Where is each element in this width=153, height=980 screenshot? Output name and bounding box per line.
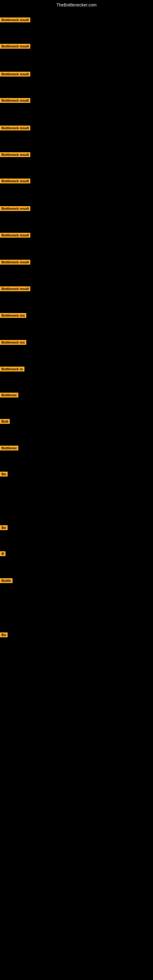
bottleneck-badge-22: Bo — [0, 632, 8, 638]
bottleneck-label-5: Bottleneck result — [0, 126, 30, 130]
bottleneck-badge-19: Bo — [0, 525, 8, 531]
bottleneck-badge-2: Bottleneck result — [0, 44, 30, 50]
bottleneck-badge-20: B — [0, 551, 5, 557]
bottleneck-label-2: Bottleneck result — [0, 44, 30, 49]
bottleneck-label-8: Bottleneck result — [0, 206, 30, 211]
bottleneck-label-4: Bottleneck result — [0, 98, 30, 103]
bottleneck-badge-3: Bottleneck result — [0, 72, 30, 78]
bottleneck-badge-8: Bottleneck result — [0, 206, 30, 212]
bottleneck-label-20: B — [0, 551, 5, 556]
bottleneck-label-16: Bott — [0, 419, 10, 424]
bottleneck-badge-18: Bo — [0, 472, 8, 478]
bottleneck-badge-15: Bottlenec — [0, 393, 18, 399]
bottleneck-badge-16: Bott — [0, 419, 10, 425]
bottleneck-label-10: Bottleneck result — [0, 260, 30, 265]
bottleneck-badge-13: Bottleneck res — [0, 340, 26, 346]
bottleneck-badge-1: Bottleneck result — [0, 18, 30, 24]
bottleneck-badge-17: Bottlenec — [0, 445, 18, 452]
bottleneck-label-11: Bottleneck result — [0, 286, 30, 291]
bottleneck-badge-9: Bottleneck result — [0, 233, 30, 239]
bottleneck-label-14: Bottleneck re — [0, 367, 24, 371]
bottleneck-badge-5: Bottleneck result — [0, 126, 30, 132]
bottleneck-label-6: Bottleneck result — [0, 152, 30, 157]
bottleneck-label-21: Bottle — [0, 578, 13, 583]
bottleneck-badge-4: Bottleneck result — [0, 98, 30, 104]
bottleneck-badge-11: Bottleneck result — [0, 286, 30, 293]
bottleneck-badge-12: Bottleneck res — [0, 313, 26, 319]
bottleneck-badge-21: Bottle — [0, 578, 13, 584]
bottleneck-label-9: Bottleneck result — [0, 233, 30, 238]
bottleneck-badge-14: Bottleneck re — [0, 367, 24, 373]
bottleneck-label-19: Bo — [0, 525, 8, 530]
bottleneck-label-18: Bo — [0, 472, 8, 477]
bottleneck-label-7: Bottleneck result — [0, 178, 30, 183]
bottleneck-badge-6: Bottleneck result — [0, 152, 30, 158]
bottleneck-label-22: Bo — [0, 632, 8, 637]
bottleneck-label-15: Bottlenec — [0, 393, 18, 398]
bottleneck-label-12: Bottleneck res — [0, 313, 26, 318]
bottleneck-label-3: Bottleneck result — [0, 72, 30, 76]
bottleneck-label-17: Bottlenec — [0, 445, 18, 450]
bottleneck-badge-7: Bottleneck result — [0, 178, 30, 185]
bottleneck-label-13: Bottleneck res — [0, 340, 26, 345]
site-title: TheBottlenecker.com — [0, 0, 153, 10]
bottleneck-badge-10: Bottleneck result — [0, 260, 30, 266]
bottleneck-label-1: Bottleneck result — [0, 18, 30, 22]
